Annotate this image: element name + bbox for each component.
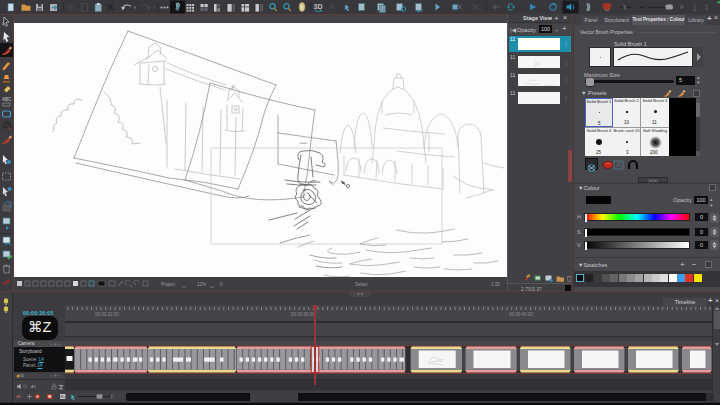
svg-text:12%: 12% <box>197 282 206 287</box>
svg-text:0: 0 <box>220 282 223 287</box>
svg-text:Select: Select <box>355 282 368 287</box>
svg-text:ABC: ABC <box>2 97 12 102</box>
svg-text:EL: EL <box>61 395 66 399</box>
svg-text:Project: Project <box>161 282 176 287</box>
svg-text:3D: 3D <box>314 3 323 10</box>
svg-text:1:35: 1:35 <box>491 282 500 287</box>
